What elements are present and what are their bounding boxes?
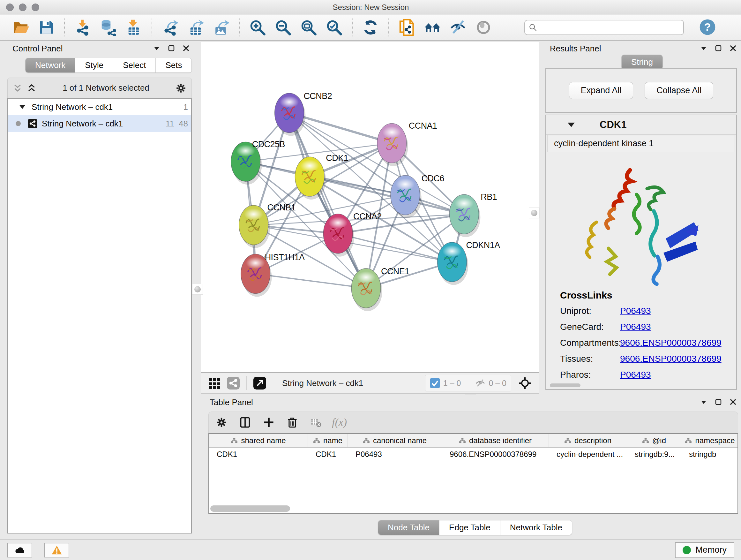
collapse-all-icon[interactable] [13,83,22,93]
results-actions: Expand All Collapse All [545,68,737,113]
panel-close-icon[interactable] [729,398,737,406]
crosslink-value-link[interactable]: P06493 [620,322,651,332]
selected-checkbox-icon[interactable] [430,378,440,388]
expand-all-button[interactable]: Expand All [569,82,633,99]
node-CDKN1A[interactable]: CDKN1A [437,240,500,285]
open-session-button[interactable] [8,19,33,36]
hide-selected-button[interactable] [445,19,471,36]
grid-view-button[interactable] [205,377,224,389]
node-CCNA1[interactable]: CCNA1 [377,121,437,166]
tab-network-table[interactable]: Network Table [500,520,572,535]
search-input[interactable] [540,23,679,32]
export-network-button[interactable] [157,19,183,36]
collapse-all-button[interactable]: Collapse All [645,82,713,99]
crosslink-value-link[interactable]: 9606.ENSP00000378699 [620,354,722,364]
export-table-icon [187,19,204,36]
network-canvas[interactable]: CCNB2 CCNA1 CDC25B CDK1 CDC6 RB1 [201,42,539,373]
node-HIST1H1A[interactable]: HIST1H1A [241,253,305,297]
panel-menu-icon[interactable] [700,398,708,406]
panel-float-icon[interactable] [715,44,722,52]
birdseye-view-button[interactable] [251,377,269,389]
tab-select[interactable]: Select [113,58,156,72]
panel-menu-icon[interactable] [153,44,160,52]
cloud-button[interactable] [7,543,32,557]
crosslink-value-link[interactable]: 9606.ENSP00000378699 [620,338,722,348]
save-session-button[interactable] [33,19,59,36]
zoom-out-button[interactable] [270,19,296,36]
node-CDC25B[interactable]: CDC25B [231,139,285,185]
left-splitter-handle[interactable] [192,284,203,295]
column-tree-icon [363,437,370,444]
node-CCNB1[interactable]: CCNB1 [239,203,296,248]
table-settings-button[interactable] [214,416,229,428]
delete-table-button[interactable] [308,416,324,428]
show-columns-button[interactable] [238,416,253,428]
column-header-shared-name[interactable]: shared name [209,434,308,447]
export-image-button[interactable] [208,19,234,36]
export-table-button[interactable] [183,19,208,36]
refresh-view-button[interactable] [358,19,383,36]
import-table-from-file-button[interactable] [121,19,146,36]
new-network-from-selection-button[interactable] [394,19,420,36]
tab-node-table[interactable]: Node Table [378,520,440,535]
function-builder-button[interactable]: f(x) [332,416,347,428]
warning-button[interactable] [44,543,69,557]
node-RB1[interactable]: RB1 [450,192,497,237]
crosslink-value-link[interactable]: P06493 [620,306,651,316]
zoom-fit-button[interactable] [296,19,321,36]
trash-icon [286,417,298,428]
node-table[interactable]: shared namenamecanonical namedatabase id… [208,433,738,514]
network-collection-row[interactable]: String Network – cdk1 1 [8,99,191,115]
gene-expander-icon[interactable] [568,123,575,127]
delete-column-button[interactable] [285,416,300,428]
zoom-in-button[interactable] [245,19,270,36]
column-header-description[interactable]: description [549,434,627,447]
network-row[interactable]: String Network – cdk1 11 48 [8,115,191,132]
memory-button[interactable]: Memory [675,542,734,558]
panel-float-icon[interactable] [167,44,175,52]
tab-string[interactable]: String [622,55,663,69]
panel-close-icon[interactable] [182,44,190,52]
results-scrollbar[interactable] [550,383,581,387]
crosshair-icon [519,377,531,389]
expand-all-icon[interactable] [27,83,37,93]
search-box[interactable] [524,20,684,35]
show-all-button[interactable] [471,19,496,36]
panel-menu-icon[interactable] [700,44,708,52]
add-column-button[interactable] [261,416,276,428]
node-CCNB2[interactable]: CCNB2 [275,91,332,136]
import-network-from-file-button[interactable] [70,19,95,36]
column-header-namespace[interactable]: namespace [681,434,738,447]
help-button[interactable]: ? [697,18,718,37]
node-CCNE1[interactable]: CCNE1 [351,266,409,311]
edge-HIST1H1A-CCNE1[interactable] [256,274,366,288]
import-network-from-database-button[interactable] [95,19,121,36]
panel-float-icon[interactable] [715,398,722,406]
tab-network[interactable]: Network [25,58,75,72]
gear-icon[interactable] [176,83,186,94]
crosslink-value-link[interactable]: P06493 [620,370,651,380]
share-icon [227,377,240,389]
node-CDK1[interactable]: CDK1 [295,153,348,199]
zoom-selected-button[interactable] [321,19,347,36]
tab-sets[interactable]: Sets [156,58,192,72]
table-row[interactable]: CDK1CDK1P064939606.ENSP00000378699cyclin… [209,448,738,461]
node-CDC6[interactable]: CDC6 [391,174,444,218]
table-hscrollbar[interactable] [210,505,290,512]
column-header-name[interactable]: name [308,434,348,447]
column-header-canonical-name[interactable]: canonical name [348,434,442,447]
tab-style[interactable]: Style [75,58,113,72]
hidden-eye-icon[interactable] [475,378,485,388]
network-graph[interactable]: CCNB2 CCNA1 CDC25B CDK1 CDC6 RB1 [201,42,539,372]
open-icon [12,19,29,36]
first-neighbors-button[interactable] [420,19,445,36]
tab-edge-table[interactable]: Edge Table [440,520,500,535]
network-view-button[interactable] [224,377,243,389]
column-header-id[interactable]: @id [627,434,681,447]
gene-header[interactable]: CDK1 [546,115,736,135]
collection-expander-icon[interactable] [19,105,25,109]
panel-close-icon[interactable] [729,44,737,52]
right-splitter-handle[interactable] [529,207,540,219]
column-header-database-identifier[interactable]: database identifier [442,434,549,447]
fit-content-button[interactable] [516,377,534,389]
